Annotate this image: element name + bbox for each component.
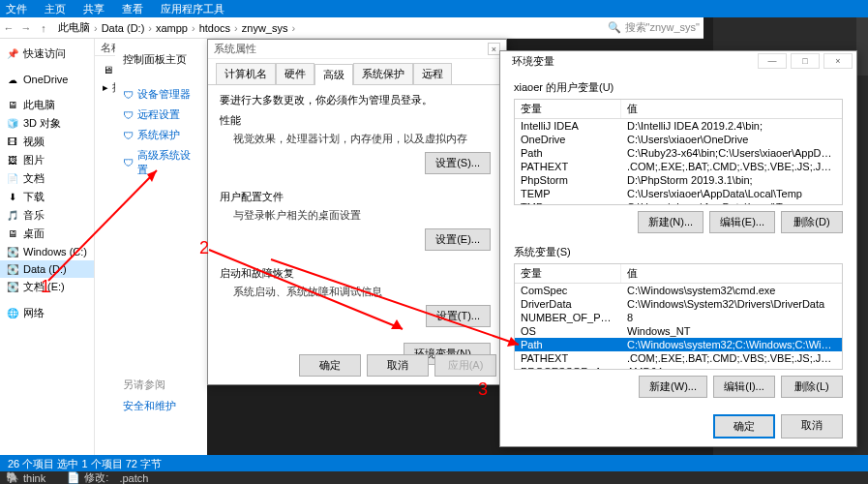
patch-tag[interactable]: 📄 修改: .patch [61, 470, 154, 484]
bottom-status-bar: 🐘 think 📄 修改: .patch [0, 471, 868, 484]
cp-security-maintenance[interactable]: 安全和维护 [119, 396, 203, 416]
user-edit-button[interactable]: 编辑(E)... [709, 211, 775, 233]
nav-drive-d[interactable]: 💽Data (D:) [0, 260, 94, 278]
star-icon: 📌 [6, 47, 19, 61]
user-profile-desc: 与登录帐户相关的桌面设置 [220, 204, 494, 223]
dialog-title-text: 系统属性 [214, 42, 256, 56]
chevron-right-icon: › [190, 22, 197, 34]
menu-share[interactable]: 共享 [83, 2, 105, 16]
user-new-button[interactable]: 新建(N)... [638, 211, 703, 233]
nav-desktop[interactable]: 🖥桌面 [0, 225, 94, 243]
chevron-right-icon: › [289, 22, 297, 34]
sys-delete-button[interactable]: 删除(L) [781, 376, 843, 398]
shield-icon: 🛡 [123, 89, 134, 101]
cancel-button[interactable]: 取消 [367, 354, 429, 377]
nav-drive-e[interactable]: 💽文档 (E:) [0, 278, 94, 296]
table-row[interactable]: ComSpecC:\Windows\system32\cmd.exe [515, 284, 842, 297]
user-delete-button[interactable]: 删除(D) [781, 211, 843, 233]
cp-remote-settings[interactable]: 🛡远程设置 [119, 105, 203, 125]
nav-documents[interactable]: 📄文档 [0, 169, 94, 188]
nav-downloads[interactable]: ⬇下载 [0, 188, 94, 206]
table-header: 变量 值 [515, 100, 842, 119]
menu-file[interactable]: 文件 [6, 2, 27, 16]
breadcrumb-part[interactable]: Data (D:) [102, 22, 145, 34]
tab-hardware[interactable]: 硬件 [276, 63, 314, 84]
sys-vars-label: 系统变量(S) [514, 245, 843, 259]
pc-icon: 🖥 [6, 99, 19, 112]
tab-system-protection[interactable]: 系统保护 [353, 63, 413, 84]
cp-home[interactable]: 控制面板主页 [119, 43, 203, 73]
shield-icon: 🛡 [123, 130, 134, 141]
shield-icon: 🛡 [123, 157, 134, 168]
menu-apptools[interactable]: 应用程序工具 [161, 2, 224, 16]
perf-settings-button[interactable]: 设置(S)... [425, 152, 491, 174]
env-cancel-button[interactable]: 取消 [781, 414, 843, 439]
sys-edit-button[interactable]: 编辑(I)... [713, 376, 775, 398]
think-tag[interactable]: 🐘 think [0, 471, 51, 484]
sys-new-button[interactable]: 新建(W)... [639, 376, 707, 398]
cp-system-protection[interactable]: 🛡系统保护 [119, 125, 203, 145]
dialog-titlebar: 系统属性 × [208, 40, 506, 59]
chevron-right-icon: › [232, 22, 240, 34]
search-icon: 🔍 [608, 21, 621, 34]
close-icon[interactable]: × [823, 53, 853, 69]
col-value[interactable]: 值 [621, 100, 842, 118]
minimize-icon[interactable]: — [758, 53, 787, 69]
table-row[interactable]: IntelliJ IDEAD:\IntelliJ IDEA 2019.2.4\b… [515, 119, 842, 133]
nav-forward-icon[interactable]: → [17, 19, 35, 37]
nav-drive-c[interactable]: 💽Windows (C:) [0, 243, 94, 260]
maximize-icon[interactable]: □ [791, 53, 820, 69]
table-row[interactable]: PATHEXT.COM;.EXE;.BAT;.CMD;.VBS;.VBE;.JS… [515, 351, 842, 365]
user-vars-label: xiaoer 的用户变量(U) [514, 80, 843, 95]
nav-quick-access[interactable]: 📌快速访问 [0, 45, 94, 63]
table-row[interactable]: NUMBER_OF_PROCESSORS8 [515, 311, 842, 324]
table-row[interactable]: OSWindows_NT [515, 324, 842, 338]
table-row[interactable]: PathC:\Ruby23-x64\bin;C:\Users\xiaoer\Ap… [515, 146, 842, 160]
breadcrumb-part[interactable]: 此电脑 [58, 20, 90, 35]
dialog-body: 要进行大多数更改，你必须作为管理员登录。 性能 视觉效果，处理器计划，内存使用，… [208, 85, 506, 382]
breadcrumb[interactable]: 此电脑› Data (D:)› xampp› htdocs› znyw_sys› [52, 20, 604, 35]
table-row[interactable]: DriverDataC:\Windows\System32\Drivers\Dr… [515, 297, 842, 311]
menu-view[interactable]: 查看 [122, 2, 143, 16]
search-box[interactable]: 🔍 搜索"znyw_sys" [604, 20, 704, 35]
table-row[interactable]: PATHEXT.COM;.EXE;.BAT;.CMD;.VBS;.VBE;.JS… [515, 160, 842, 173]
drive-icon: 💽 [6, 281, 19, 294]
address-bar-row: ← → ↑ 此电脑› Data (D:)› xampp› htdocs› zny… [0, 17, 703, 39]
image-icon: 🖼 [6, 154, 19, 167]
breadcrumb-part[interactable]: znyw_sys [242, 22, 288, 34]
nav-back-icon[interactable]: ← [0, 19, 17, 37]
apply-button[interactable]: 应用(A) [434, 354, 496, 377]
table-row[interactable]: PhpStormD:\PhpStorm 2019.3.1\bin; [515, 173, 842, 187]
tab-remote[interactable]: 远程 [413, 63, 452, 84]
sys-vars-table[interactable]: 变量 值 ComSpecC:\Windows\system32\cmd.exeD… [514, 263, 843, 370]
nav-onedrive[interactable]: ☁OneDrive [0, 71, 94, 88]
col-name[interactable]: 变量 [515, 100, 621, 118]
cp-device-manager[interactable]: 🛡设备管理器 [119, 84, 203, 105]
nav-videos[interactable]: 🎞视频 [0, 133, 94, 151]
nav-up-icon[interactable]: ↑ [35, 19, 52, 37]
perf-desc: 视觉效果，处理器计划，内存使用，以及虚拟内存 [220, 128, 494, 146]
cp-see-also-label: 另请参阅 [119, 374, 203, 396]
breadcrumb-part[interactable]: xampp [156, 22, 188, 34]
nav-3dobjects[interactable]: 🧊3D 对象 [0, 114, 94, 133]
tab-advanced[interactable]: 高级 [314, 64, 353, 85]
nav-pictures[interactable]: 🖼图片 [0, 151, 94, 169]
table-row[interactable]: OneDriveC:\Users\xiaoer\OneDrive [515, 133, 842, 146]
ok-button[interactable]: 确定 [299, 354, 361, 377]
breadcrumb-part[interactable]: htdocs [199, 22, 230, 34]
col-value[interactable]: 值 [621, 264, 842, 283]
user-settings-button[interactable]: 设置(E)... [425, 228, 491, 251]
nav-network[interactable]: 🌐网络 [0, 304, 94, 322]
nav-music[interactable]: 🎵音乐 [0, 206, 94, 225]
tab-computer-name[interactable]: 计算机名 [216, 63, 276, 84]
col-name[interactable]: 变量 [515, 264, 621, 283]
env-ok-button[interactable]: 确定 [713, 414, 775, 439]
nav-thispc[interactable]: 🖥此电脑 [0, 96, 94, 114]
table-row[interactable]: TEMPC:\Users\xiaoer\AppData\Local\Temp [515, 187, 842, 200]
user-vars-table[interactable]: 变量 值 IntelliJ IDEAD:\IntelliJ IDEA 2019.… [514, 99, 843, 205]
chevron-right-icon: › [146, 22, 154, 34]
startup-settings-button[interactable]: 设置(T)... [426, 305, 491, 327]
table-row[interactable]: PathC:\Windows\system32;C:\Windows;C:\Wi… [515, 338, 842, 351]
menu-home[interactable]: 主页 [45, 2, 66, 16]
cp-advanced-settings[interactable]: 🛡高级系统设置 [119, 145, 203, 180]
